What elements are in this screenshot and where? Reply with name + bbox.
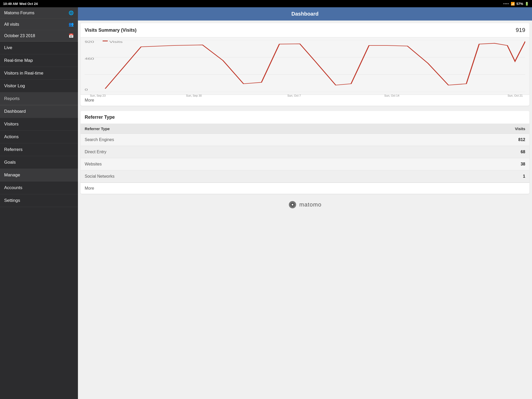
main-header: Dashboard	[78, 7, 532, 21]
status-time: 10:49 AM	[3, 2, 18, 6]
main-content: Dashboard Visits Summary (Visits) 919 92…	[78, 7, 532, 399]
referrer-social-networks-value: 1	[523, 174, 525, 179]
matomo-footer: matomo	[78, 196, 532, 213]
svg-text:920: 920	[85, 40, 94, 43]
sidebar-item-realtime-map[interactable]: Real-time Map	[0, 54, 78, 67]
chart-x-label-sep23: Sun, Sep 23	[90, 94, 106, 97]
globe-icon: 🌐	[69, 10, 74, 15]
referrer-type-col-visits: Visits	[515, 127, 525, 131]
site-selector[interactable]: Matomo Forums 🌐	[0, 7, 78, 19]
sidebar-item-realtime-map-label: Real-time Map	[4, 58, 33, 63]
svg-text:Visits: Visits	[109, 40, 123, 43]
sidebar-item-live-label: Live	[4, 45, 12, 50]
sidebar-item-accounts-label: Accounts	[4, 185, 22, 190]
chart-x-label-oct7: Sun, Oct 7	[287, 94, 301, 97]
sidebar-item-actions-label: Actions	[4, 134, 19, 139]
visits-summary-more[interactable]: More	[81, 95, 529, 106]
visits-summary-title: Visits Summary (Visits)	[85, 28, 136, 33]
date-selector-label: October 23 2018	[4, 34, 35, 38]
calendar-icon: 📅	[69, 33, 74, 38]
date-selector[interactable]: October 23 2018 📅	[0, 30, 78, 42]
sidebar-item-dashboard[interactable]: Dashboard	[0, 105, 78, 118]
sidebar: Matomo Forums 🌐 All visits 👥 October 23 …	[0, 7, 78, 399]
referrer-row-websites[interactable]: Websites 38	[81, 158, 529, 170]
signal-dots-icon: ••••	[503, 2, 509, 5]
referrer-type-more[interactable]: More	[81, 183, 529, 194]
referrer-social-networks-label: Social Networks	[85, 174, 115, 179]
sidebar-item-actions[interactable]: Actions	[0, 131, 78, 143]
chart-x-label-sep30: Sun, Sep 30	[186, 94, 202, 97]
referrer-row-direct-entry[interactable]: Direct Entry 68	[81, 146, 529, 158]
svg-text:0: 0	[85, 88, 88, 91]
visits-more-label: More	[85, 98, 94, 102]
referrer-row-social-networks[interactable]: Social Networks 1	[81, 170, 529, 183]
referrer-type-col-type: Referrer Type	[85, 127, 110, 131]
sidebar-item-settings-label: Settings	[4, 198, 20, 203]
sidebar-item-visitors-realtime-label: Visitors in Real-time	[4, 71, 43, 76]
referrer-type-title: Referrer Type	[85, 115, 115, 120]
wifi-icon: 📶	[511, 2, 515, 6]
sidebar-item-visitors[interactable]: Visitors	[0, 118, 78, 131]
page-title: Dashboard	[83, 11, 527, 17]
sidebar-item-visitors-label: Visitors	[4, 122, 18, 127]
sidebar-item-referrers-label: Referrers	[4, 147, 23, 152]
visits-chart-container: 920 460 0 Visits Sun, Sep 23 Sun, Sep 30	[81, 37, 529, 95]
sidebar-item-goals[interactable]: Goals	[0, 156, 78, 169]
sidebar-item-goals-label: Goals	[4, 160, 16, 165]
status-day: Wed Oct 24	[19, 2, 38, 6]
referrer-search-engines-label: Search Engines	[85, 137, 114, 142]
referrer-row-search-engines[interactable]: Search Engines 812	[81, 134, 529, 146]
segment-selector[interactable]: All visits 👥	[0, 19, 78, 30]
referrer-type-header: Referrer Type	[81, 111, 529, 124]
referrer-more-label: More	[85, 186, 94, 190]
svg-rect-7	[103, 41, 108, 41]
referrer-direct-entry-value: 68	[521, 150, 525, 154]
svg-point-11	[292, 204, 293, 205]
referrer-websites-value: 38	[521, 162, 525, 167]
referrer-type-table-header: Referrer Type Visits	[81, 124, 529, 134]
status-bar-right: •••• 📶 57% 🔋	[503, 2, 529, 6]
status-bar-left: 10:49 AM Wed Oct 24	[3, 2, 38, 6]
sidebar-item-settings[interactable]: Settings	[0, 194, 78, 207]
sidebar-item-reports-label: Reports	[4, 96, 20, 101]
battery-percent: 57%	[516, 2, 523, 6]
matomo-logo-text: matomo	[299, 201, 321, 208]
status-bar: 10:49 AM Wed Oct 24 •••• 📶 57% 🔋	[0, 0, 532, 7]
site-selector-label: Matomo Forums	[4, 11, 34, 15]
sidebar-item-visitor-log[interactable]: Visitor Log	[0, 80, 78, 92]
chart-x-label-oct14: Sun, Oct 14	[384, 94, 399, 97]
app-container: Matomo Forums 🌐 All visits 👥 October 23 …	[0, 7, 532, 399]
sidebar-item-manage[interactable]: Manage	[0, 169, 78, 182]
battery-icon: 🔋	[525, 2, 529, 6]
referrer-direct-entry-label: Direct Entry	[85, 150, 107, 154]
sidebar-item-visitors-realtime[interactable]: Visitors in Real-time	[0, 67, 78, 80]
sidebar-item-dashboard-label: Dashboard	[4, 109, 26, 114]
people-icon: 👥	[69, 22, 74, 27]
sidebar-item-manage-label: Manage	[4, 172, 20, 177]
referrer-websites-label: Websites	[85, 162, 102, 167]
visits-summary-total: 919	[516, 27, 525, 34]
referrer-search-engines-value: 812	[518, 137, 525, 142]
referrer-type-card: Referrer Type Referrer Type Visits Searc…	[81, 111, 529, 194]
segment-selector-label: All visits	[4, 22, 19, 27]
sidebar-item-visitor-log-label: Visitor Log	[4, 83, 25, 88]
visits-chart: 920 460 0 Visits	[85, 40, 525, 92]
visits-summary-card: Visits Summary (Visits) 919 920 460 0	[81, 23, 529, 106]
svg-text:460: 460	[85, 57, 94, 60]
visits-summary-header: Visits Summary (Visits) 919	[81, 23, 529, 37]
sidebar-item-live[interactable]: Live	[0, 42, 78, 54]
chart-x-label-oct21: Sun, Oct 21	[508, 94, 523, 97]
sidebar-item-reports[interactable]: Reports	[0, 92, 78, 105]
sidebar-item-accounts[interactable]: Accounts	[0, 182, 78, 194]
sidebar-item-referrers[interactable]: Referrers	[0, 143, 78, 156]
matomo-logo-icon	[288, 201, 297, 209]
